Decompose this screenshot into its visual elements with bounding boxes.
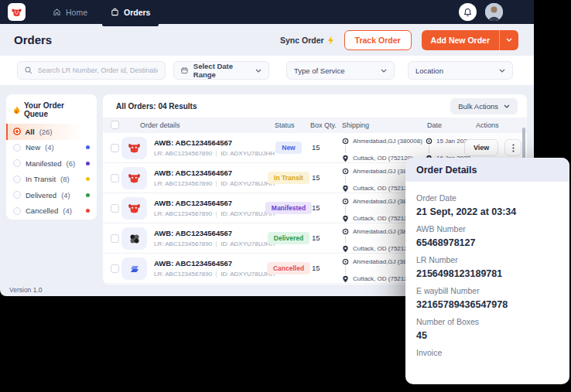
queue-item-label: All	[26, 128, 35, 136]
box-qty: 15	[312, 264, 320, 272]
date-range-label: Select Date Range	[193, 62, 250, 79]
dot-cluster-logo-icon	[128, 233, 141, 245]
destination-text: Cuttack, OD (752120)	[353, 185, 413, 192]
chevron-down-icon	[381, 69, 387, 73]
track-order-button[interactable]: Track Order	[344, 30, 412, 50]
order-queue-title: Your Order Queue	[24, 101, 90, 118]
search-icon	[25, 66, 32, 74]
column-actions: Actions	[476, 121, 499, 129]
detail-field: Number of Boxes 45	[416, 317, 559, 341]
destination-text: Cuttack, OD (752120)	[353, 155, 413, 162]
red-bag-logo-icon	[127, 172, 142, 185]
service-type-select[interactable]: Type of Service	[286, 61, 395, 80]
app-logo[interactable]	[8, 3, 26, 21]
lr-number: LR: ABC1234567890	[154, 210, 212, 217]
header-actions: Sync Order Track Order Add New Order	[280, 30, 518, 50]
notifications-button[interactable]	[459, 3, 477, 21]
lr-number: LR: ABC1234567890	[154, 150, 212, 157]
radio-icon	[13, 207, 21, 215]
status-dot	[86, 177, 90, 181]
queue-item-manifested[interactable]: Manifested (6)	[6, 155, 97, 172]
order-details-header: Order Details	[405, 158, 569, 182]
bulk-actions-button[interactable]: Bulk Actions	[450, 98, 518, 114]
detail-field: AWB Number 65468978127	[416, 224, 559, 248]
kebab-menu-button[interactable]	[504, 139, 521, 156]
row-checkbox[interactable]	[111, 204, 119, 213]
nav-tab-home[interactable]: Home	[41, 0, 99, 24]
add-order-dropdown-toggle[interactable]	[500, 30, 518, 50]
destination-text: Cuttack, OD (752120)	[353, 215, 413, 222]
search-box[interactable]	[17, 61, 166, 80]
origin-text: Ahmedabad,GJ (380008)	[353, 138, 422, 145]
carrier-logo-chip	[121, 257, 147, 280]
location-label: Location	[415, 66, 443, 75]
user-avatar[interactable]	[485, 3, 503, 21]
red-bag-logo-icon	[127, 202, 142, 215]
sync-order-label: Sync Order	[280, 36, 324, 45]
divider	[216, 181, 217, 187]
sync-order-button[interactable]: Sync Order	[280, 36, 334, 45]
red-bag-logo-icon	[127, 141, 142, 155]
queue-item-new[interactable]: New (4)	[6, 140, 97, 156]
radio-icon	[13, 176, 21, 183]
select-all-checkbox[interactable]	[111, 121, 119, 129]
row-checkbox[interactable]	[111, 144, 119, 152]
awb-number: AWB: ABC1234564567	[154, 199, 232, 207]
home-icon	[53, 8, 61, 16]
status-badge: New	[262, 141, 316, 154]
order-queue-header: Your Order Queue	[6, 94, 97, 124]
lr-number: LR: ABC1234567890	[154, 180, 212, 187]
route-connector	[345, 237, 346, 244]
row-checkbox[interactable]	[111, 234, 119, 243]
order-ids: LR: ABC1234567890 ID: ADXYU78UJHH	[154, 271, 275, 278]
box-qty: 15	[312, 143, 320, 152]
row-checkbox[interactable]	[111, 174, 119, 182]
flame-icon	[13, 106, 20, 114]
origin-line: Ahmedabad,GJ (380008)	[342, 136, 422, 146]
queue-item-all[interactable]: All (26)	[6, 124, 97, 140]
destination-text: Cuttack, OD (752120)	[353, 275, 413, 282]
calendar-icon	[181, 66, 188, 74]
status-badge: In Transit	[262, 172, 316, 184]
blue-layers-logo-icon	[128, 263, 141, 275]
detail-label: AWB Number	[416, 224, 559, 233]
row-checkbox[interactable]	[111, 264, 119, 273]
queue-item-label: New	[26, 143, 40, 152]
divider	[216, 151, 217, 157]
detail-field: LR Number 2156498123189781	[416, 255, 559, 279]
origin-circle-icon	[342, 228, 349, 235]
nav-tab-orders-label: Orders	[124, 8, 150, 17]
detail-field: E waybill Number 32165789436547978	[416, 286, 559, 310]
status-dot	[86, 209, 90, 213]
column-status: Status	[275, 121, 295, 129]
avatar-image	[485, 3, 503, 21]
detail-value: 32165789436547978	[416, 299, 559, 310]
detail-label: Invoice	[416, 348, 559, 357]
order-queue-sidebar: Your Order Queue All (26) New (4) Manife…	[6, 94, 97, 220]
detail-value: 45	[416, 330, 559, 341]
awb-number: AWB: ABC1234564567	[154, 229, 232, 237]
add-new-order-button[interactable]: Add New Order	[422, 30, 518, 50]
location-select[interactable]: Location	[408, 61, 513, 80]
table-scrollbar[interactable]	[522, 128, 525, 159]
view-button[interactable]: View	[464, 139, 498, 156]
status-badge: Cancelled	[262, 262, 316, 274]
search-input[interactable]	[38, 66, 158, 74]
status-dot	[86, 193, 90, 197]
queue-item-cancelled[interactable]: Cancelled (4)	[6, 203, 97, 220]
carrier-logo-chip	[121, 167, 147, 189]
orders-bag-icon	[111, 8, 119, 16]
route-connector	[429, 146, 429, 153]
detail-field: Invoice	[416, 348, 559, 357]
route-connector	[345, 146, 346, 153]
date-range-select[interactable]: Select Date Range	[173, 61, 269, 80]
queue-item-in-transit[interactable]: In Transit (8)	[6, 172, 97, 188]
detail-value: 21 Sept, 2022 at 03:34	[416, 206, 559, 217]
order-details-body: Order Date 21 Sept, 2022 at 03:34 AWB Nu…	[405, 182, 569, 362]
order-ids: LR: ABC1234567890 ID: ADXYU78UJHH	[154, 240, 275, 247]
table-header-row: Order details Status Box Qty. Shipping D…	[103, 118, 527, 133]
nav-tab-orders[interactable]: Orders	[99, 0, 162, 24]
awb-number: AWB: ABC1234564567	[154, 169, 232, 177]
queue-item-delivered[interactable]: Delivered (4)	[6, 187, 97, 203]
origin-circle-icon	[342, 138, 349, 145]
